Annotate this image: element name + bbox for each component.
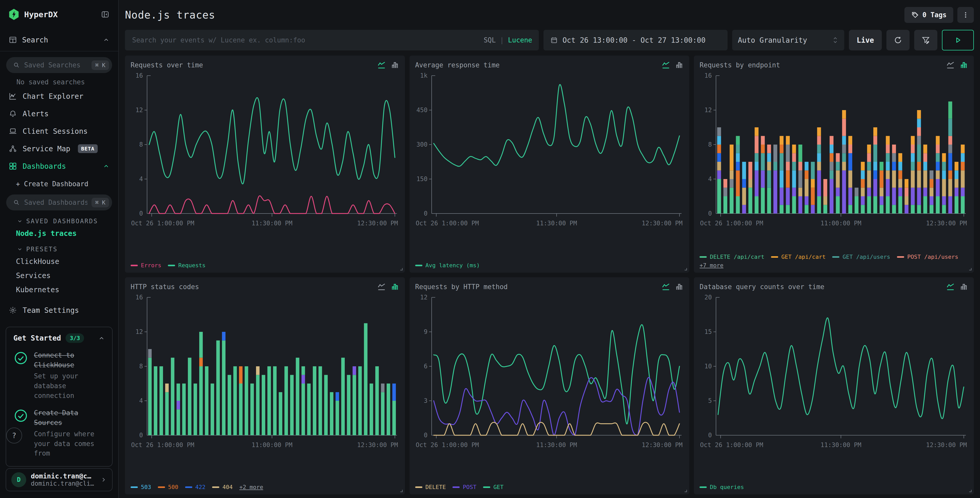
create-dashboard-button[interactable]: + Create Dashboard xyxy=(0,175,118,189)
tags-button[interactable]: 0 Tags xyxy=(904,7,953,23)
svg-text:12: 12 xyxy=(135,107,143,114)
sidebar-item-search[interactable]: Search xyxy=(0,29,118,51)
sql-toggle[interactable]: SQL xyxy=(484,36,496,44)
line-chart-toggle-icon[interactable] xyxy=(377,61,386,69)
chart-title: Database query counts over time xyxy=(700,283,824,290)
legend-item[interactable]: GET /api/cart xyxy=(771,254,826,260)
resize-handle[interactable] xyxy=(398,488,403,493)
refresh-button[interactable] xyxy=(886,30,910,50)
sidebar-dashboard-node-traces[interactable]: Node.js traces xyxy=(0,227,118,241)
bar-chart-toggle-icon[interactable] xyxy=(390,283,399,291)
user-menu[interactable]: D dominic.tran@c… dominic.tran@cli… xyxy=(6,468,113,491)
granularity-select[interactable]: Auto Granularity xyxy=(732,30,844,50)
legend-item[interactable]: Requests xyxy=(168,262,205,268)
sidebar-item-team-settings[interactable]: Team Settings xyxy=(0,302,118,319)
saved-dashboards-field[interactable] xyxy=(24,198,88,207)
legend-item[interactable]: POST xyxy=(452,484,476,490)
legend-item[interactable]: Db queries xyxy=(700,484,744,490)
lucene-toggle[interactable]: Lucene xyxy=(508,36,532,44)
legend-item[interactable]: POST /api/users xyxy=(897,254,958,260)
sidebar-item-alerts[interactable]: Alerts xyxy=(0,105,118,123)
legend-swatch xyxy=(897,256,904,258)
event-search-input[interactable] xyxy=(132,36,479,44)
saved-dashboards-input[interactable]: ⌘ K xyxy=(6,195,112,211)
gear-icon xyxy=(9,306,17,314)
saved-searches-field[interactable] xyxy=(24,61,88,69)
event-search-box[interactable]: SQL | Lucene xyxy=(125,30,539,50)
bar-chart-toggle-icon[interactable] xyxy=(675,283,684,291)
svg-text:0: 0 xyxy=(139,432,143,439)
chart-canvas[interactable]: 0481216Oct 26 1:00:00 PM11:00:00 PM12:30… xyxy=(130,293,398,453)
section-label: SAVED DASHBOARDS xyxy=(26,218,98,225)
legend-item[interactable]: Avg latency (ms) xyxy=(415,262,480,268)
svg-text:12:30:00 PM: 12:30:00 PM xyxy=(357,220,398,227)
svg-text:Oct 26 1:00:00 PM: Oct 26 1:00:00 PM xyxy=(131,441,194,449)
sidebar-preset-services[interactable]: Services xyxy=(0,268,118,283)
bell-icon xyxy=(9,110,17,118)
section-presets[interactable]: PRESETS xyxy=(0,241,118,254)
chart-canvas[interactable]: 0481216Oct 26 1:00:00 PM11:30:00 PM12:30… xyxy=(130,72,398,231)
legend-item[interactable]: GET /api/users xyxy=(832,254,890,260)
resize-handle[interactable] xyxy=(682,488,688,493)
sidebar-item-dashboards[interactable]: Dashboards xyxy=(0,157,118,175)
filter-button[interactable] xyxy=(914,30,937,50)
chart-canvas[interactable]: 01503004501kOct 26 1:00:00 PM11:30:00 PM… xyxy=(415,72,683,231)
bar-chart-toggle-icon[interactable] xyxy=(959,61,968,69)
line-chart-toggle-icon[interactable] xyxy=(662,61,670,69)
chart-canvas[interactable]: 0481216Oct 26 1:00:00 PM11:00:00 PM12:30… xyxy=(700,72,967,231)
legend-item[interactable]: GET xyxy=(483,484,504,490)
line-chart-toggle-icon[interactable] xyxy=(377,283,386,291)
refresh-icon xyxy=(894,36,902,44)
beta-badge: BETA xyxy=(78,144,97,153)
resize-handle[interactable] xyxy=(967,266,972,271)
svg-text:5: 5 xyxy=(708,397,712,404)
date-range-picker[interactable]: Oct 26 13:00:00 - Oct 27 13:00:00 xyxy=(544,30,727,50)
sidebar-preset-clickhouse[interactable]: ClickHouse xyxy=(0,254,118,268)
more-options-button[interactable] xyxy=(958,7,974,23)
legend-item[interactable]: 503 xyxy=(130,484,151,490)
svg-text:12:30:00 PM: 12:30:00 PM xyxy=(926,441,967,449)
legend-item[interactable]: 422 xyxy=(185,484,206,490)
query-toolbar: SQL | Lucene Oct 26 13:00:00 - Oct 27 13… xyxy=(125,30,974,50)
sidebar-item-chart-explorer[interactable]: Chart Explorer xyxy=(0,88,118,105)
sidebar-item-label: Service Map xyxy=(22,145,70,153)
resize-handle[interactable] xyxy=(398,266,403,271)
chart-canvas[interactable]: 05101520Oct 26 1:00:00 PM11:30:00 PM12:3… xyxy=(700,293,967,453)
svg-text:450: 450 xyxy=(416,107,427,114)
chevron-up-icon[interactable] xyxy=(98,335,105,342)
chart-canvas[interactable]: 036912Oct 26 1:00:00 PM11:30:00 PM12:30:… xyxy=(415,293,683,453)
legend-more-link[interactable]: +7 more xyxy=(700,262,724,268)
legend-swatch xyxy=(832,256,839,258)
bar-chart-toggle-icon[interactable] xyxy=(390,61,399,69)
hyperdx-logo-icon xyxy=(9,9,19,20)
collapse-sidebar-icon[interactable] xyxy=(101,10,110,19)
legend-item[interactable]: DELETE /api/cart xyxy=(700,254,764,260)
legend-more-link[interactable]: +2 more xyxy=(239,484,263,490)
sidebar-item-client-sessions[interactable]: Client Sessions xyxy=(0,123,118,140)
sidebar-item-service-map[interactable]: Service Map BETA xyxy=(0,140,118,157)
saved-searches-input[interactable]: ⌘ K xyxy=(6,57,112,73)
laptop-icon xyxy=(9,127,17,135)
svg-text:Oct 26 1:00:00 PM: Oct 26 1:00:00 PM xyxy=(416,441,479,449)
legend-item[interactable]: 500 xyxy=(158,484,178,490)
bar-chart-toggle-icon[interactable] xyxy=(675,61,684,69)
legend-item[interactable]: DELETE xyxy=(415,484,446,490)
legend-item[interactable]: Errors xyxy=(130,262,161,268)
section-saved-dashboards[interactable]: SAVED DASHBOARDS xyxy=(0,212,118,227)
avatar: D xyxy=(11,472,26,487)
live-button[interactable]: Live xyxy=(849,30,882,50)
legend-swatch xyxy=(771,256,778,258)
sidebar-preset-kubernetes[interactable]: Kubernetes xyxy=(0,283,118,297)
line-chart-toggle-icon[interactable] xyxy=(946,61,955,69)
resize-handle[interactable] xyxy=(682,266,688,271)
run-query-button[interactable] xyxy=(942,30,974,50)
legend-swatch xyxy=(483,487,490,488)
kebab-menu-icon xyxy=(962,11,969,19)
resize-handle[interactable] xyxy=(967,488,972,493)
line-chart-toggle-icon[interactable] xyxy=(662,283,670,291)
query-language-toggle[interactable]: SQL | Lucene xyxy=(484,36,532,44)
help-button[interactable]: ? xyxy=(6,428,22,444)
line-chart-toggle-icon[interactable] xyxy=(946,283,955,291)
bar-chart-toggle-icon[interactable] xyxy=(959,283,968,291)
legend-item[interactable]: 404 xyxy=(212,484,233,490)
